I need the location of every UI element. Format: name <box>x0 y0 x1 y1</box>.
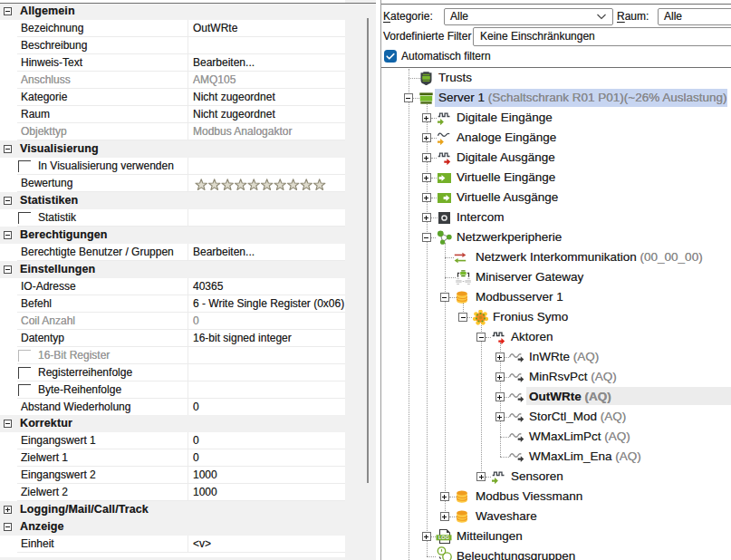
svg-text:LOG: LOG <box>438 535 449 540</box>
